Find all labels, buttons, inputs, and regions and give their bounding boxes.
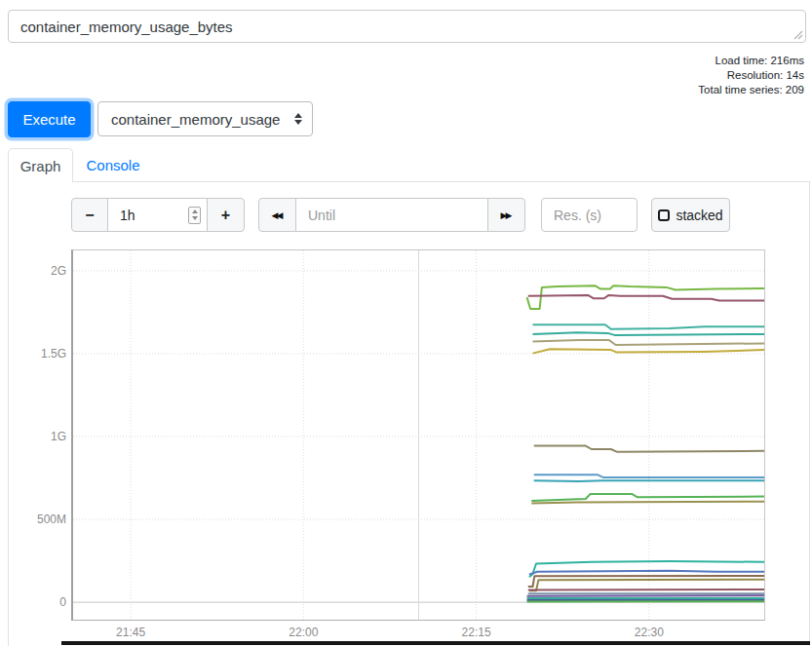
- series-line: [533, 340, 765, 345]
- until-input[interactable]: [296, 199, 487, 231]
- graph-resize-handle[interactable]: [61, 641, 810, 645]
- series-line: [529, 561, 764, 577]
- x-tick-label: 22:30: [628, 626, 671, 639]
- series-line: [527, 285, 764, 309]
- series-line: [534, 480, 764, 481]
- y-tick-label: 1.5G: [4, 347, 66, 361]
- x-tick-label: 22:00: [282, 626, 325, 639]
- increase-range-button[interactable]: +: [207, 198, 245, 232]
- number-stepper-icon[interactable]: [188, 207, 201, 224]
- tab-graph[interactable]: Graph: [8, 148, 73, 182]
- series-line: [528, 576, 764, 587]
- query-expression-input[interactable]: [9, 11, 805, 42]
- checkbox-unchecked-icon: [658, 209, 670, 221]
- graph-canvas[interactable]: [73, 250, 764, 620]
- series-line: [533, 332, 765, 335]
- y-tick-label: 1G: [4, 430, 66, 443]
- series-line: [531, 502, 764, 504]
- execute-button[interactable]: Execute: [8, 101, 91, 137]
- load-time: Load time: 216ms: [698, 54, 804, 68]
- range-duration-field: [107, 198, 208, 232]
- tab-console[interactable]: Console: [74, 148, 152, 181]
- series-line: [531, 494, 764, 501]
- prometheus-expression-browser: Load time: 216ms Resolution: 14s Total t…: [0, 0, 812, 646]
- y-tick-label: 2G: [4, 264, 66, 278]
- stacked-toggle-button[interactable]: stacked: [651, 198, 730, 232]
- query-expression-field: [8, 10, 806, 43]
- series-line: [533, 349, 765, 353]
- metric-select-value: container_memory_usage: [98, 111, 290, 128]
- decrease-range-button[interactable]: −: [71, 198, 108, 232]
- query-stats: Load time: 216ms Resolution: 14s Total t…: [698, 54, 804, 97]
- rewind-icon: ◀◀: [272, 210, 284, 220]
- stacked-label: stacked: [676, 208, 722, 223]
- select-arrows-icon: [290, 113, 307, 125]
- x-tick-label: 21:45: [109, 626, 152, 639]
- series-line: [528, 589, 764, 590]
- series-line: [529, 571, 764, 575]
- shift-forward-button[interactable]: ▶▶: [487, 198, 525, 232]
- y-tick-label: 0: [4, 595, 66, 609]
- resolution-input[interactable]: [542, 199, 637, 231]
- series-line: [528, 295, 764, 301]
- total-time-series: Total time series: 209: [698, 83, 804, 97]
- resolution-field: [541, 198, 638, 232]
- x-tick-label: 22:15: [455, 626, 498, 639]
- metric-select[interactable]: container_memory_usage: [97, 101, 313, 136]
- graph-plot-area[interactable]: [71, 249, 765, 621]
- y-tick-label: 500M: [4, 513, 66, 526]
- fast-forward-icon: ▶▶: [501, 210, 513, 220]
- textarea-resize-grip-icon[interactable]: [793, 29, 803, 40]
- series-line: [533, 324, 765, 329]
- until-field: [295, 198, 488, 232]
- shift-back-button[interactable]: ◀◀: [258, 198, 296, 232]
- resolution: Resolution: 14s: [698, 68, 804, 83]
